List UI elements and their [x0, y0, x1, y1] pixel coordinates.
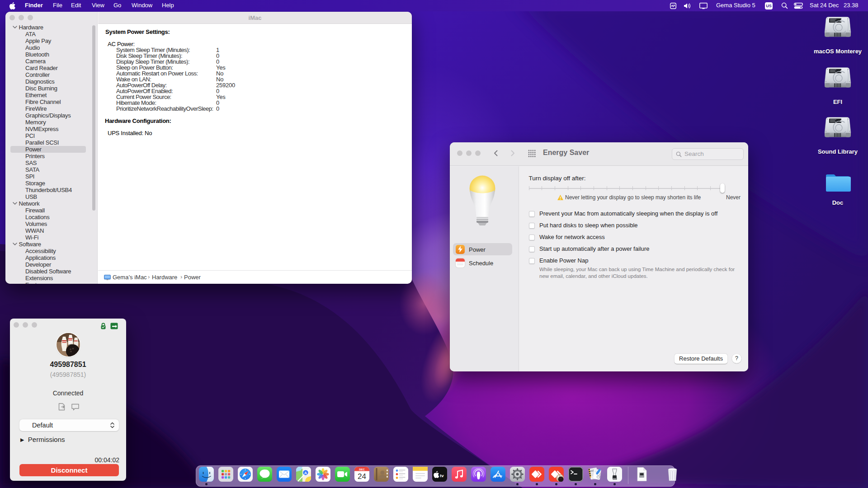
svg-text:24: 24: [358, 472, 366, 481]
svg-text:DEC: DEC: [359, 468, 365, 471]
svg-text:A: A: [304, 471, 307, 475]
svg-text:tv: tv: [440, 473, 444, 478]
